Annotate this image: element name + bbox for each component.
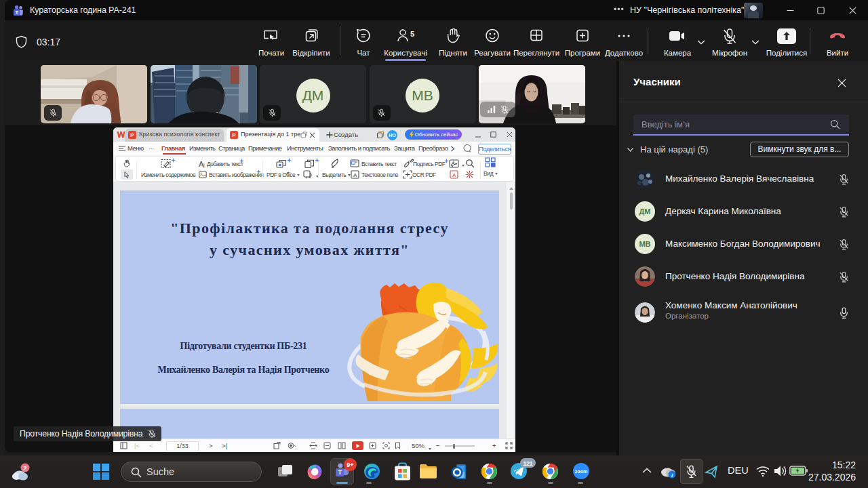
svg-text:P: P	[130, 132, 134, 138]
svg-text:5: 5	[410, 30, 414, 38]
svg-text:P: P	[232, 132, 236, 138]
svg-text:A: A	[353, 172, 357, 178]
svg-text:zoom: zoom	[575, 469, 587, 474]
svg-text:T: T	[338, 469, 342, 476]
svg-text:A: A	[452, 172, 456, 178]
svg-text:121: 121	[523, 460, 532, 467]
svg-text:A: A	[452, 160, 455, 164]
svg-text:T: T	[15, 9, 18, 16]
svg-text:9+: 9+	[347, 462, 353, 468]
svg-text:2: 2	[23, 464, 26, 472]
